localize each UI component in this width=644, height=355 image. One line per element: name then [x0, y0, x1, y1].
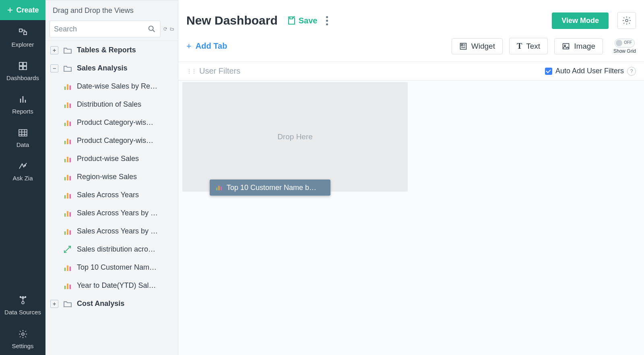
svg-rect-34	[67, 102, 68, 108]
nav-data[interactable]: Data	[0, 120, 45, 154]
collapse-icon[interactable]: −	[50, 64, 58, 72]
report-label: Sales Across Years	[77, 191, 139, 199]
report-item[interactable]: Top 10 Customer Nam…	[45, 258, 178, 277]
svg-rect-54	[64, 231, 66, 235]
report-label: Distribution of Sales	[77, 100, 141, 109]
svg-rect-31	[67, 84, 68, 90]
add-tab-button[interactable]: + Add Tab	[186, 41, 227, 52]
report-label: Sales Across Years by …	[77, 227, 158, 235]
folder-icon	[63, 65, 72, 72]
more-menu[interactable]	[326, 14, 334, 27]
report-item[interactable]: Sales Across Years	[45, 186, 178, 204]
svg-point-27	[22, 333, 24, 335]
create-button[interactable]: Create	[0, 0, 45, 20]
chart-icon	[63, 173, 72, 182]
report-item[interactable]: Product Category-wis…	[45, 132, 178, 150]
svg-rect-62	[67, 283, 68, 289]
svg-rect-75	[221, 187, 222, 190]
refresh-icon[interactable]	[163, 25, 167, 33]
nav-explorer[interactable]: Explorer	[0, 20, 45, 54]
svg-rect-51	[64, 213, 66, 217]
widget-label: Widget	[471, 42, 495, 51]
svg-rect-9	[23, 66, 27, 70]
expand-icon[interactable]: +	[50, 300, 58, 308]
svg-rect-45	[64, 177, 66, 180]
show-grid-toggle[interactable]: OFF	[615, 39, 635, 47]
svg-rect-30	[64, 87, 66, 90]
folder-row[interactable]: −Sales Analysis	[45, 59, 178, 77]
report-label: Sales distribution acro…	[77, 245, 155, 254]
zia-icon	[18, 161, 28, 171]
search-input[interactable]	[54, 25, 147, 33]
report-item[interactable]: Region-wise Sales	[45, 168, 178, 186]
svg-rect-48	[64, 195, 66, 198]
report-item[interactable]: Year to Date(YTD) Sal…	[45, 277, 178, 295]
nav-label: Data Sources	[4, 309, 41, 316]
svg-rect-61	[64, 286, 66, 289]
svg-rect-63	[70, 285, 71, 289]
svg-rect-6	[19, 62, 23, 66]
chart-icon	[63, 118, 72, 127]
search-row	[45, 21, 178, 41]
save-button[interactable]: Save	[287, 16, 318, 25]
report-item[interactable]: Product Category-wis…	[45, 114, 178, 132]
plus-icon	[6, 6, 14, 14]
folder-row[interactable]: +Cost Analysis	[45, 295, 178, 313]
svg-rect-32	[70, 85, 71, 90]
auto-add-label: Auto Add User Filters	[555, 67, 624, 75]
report-item[interactable]: Sales Across Years by …	[45, 222, 178, 240]
text-button[interactable]: T Text	[509, 38, 548, 54]
plus-icon: +	[186, 41, 192, 52]
nav-dashboards[interactable]: Dashboards	[0, 54, 45, 87]
view-mode-button[interactable]: View Mode	[552, 12, 609, 29]
svg-rect-47	[70, 176, 71, 180]
dashboard-header: New Dashboard Save View Mode	[178, 0, 644, 35]
report-item[interactable]: Sales Across Years by …	[45, 204, 178, 222]
search-box[interactable]	[50, 21, 161, 37]
new-folder-icon[interactable]	[170, 25, 174, 33]
svg-point-23	[20, 297, 21, 298]
report-label: Region-wise Sales	[77, 173, 137, 181]
scatter-icon	[63, 245, 72, 254]
svg-rect-36	[64, 123, 66, 126]
svg-rect-52	[67, 211, 68, 217]
search-icon[interactable]	[147, 25, 156, 33]
widget-button[interactable]: Widget	[452, 38, 503, 54]
nav-ask-zia[interactable]: Ask Zia	[0, 154, 45, 187]
svg-line-57	[64, 246, 71, 252]
drag-preview: Top 10 Customer Name b…	[210, 180, 330, 196]
drop-zone[interactable]: Drop Here	[182, 82, 408, 192]
settings-button[interactable]	[617, 12, 636, 29]
report-item[interactable]: Sales distribution acro…	[45, 240, 178, 258]
nav-label: Settings	[12, 343, 33, 349]
svg-point-28	[149, 26, 153, 31]
report-label: Product Category-wis…	[77, 136, 153, 145]
chart-icon	[63, 155, 72, 163]
image-label: Image	[574, 42, 595, 51]
chart-icon	[215, 184, 223, 191]
grip-icon[interactable]: ⋮⋮	[186, 68, 196, 74]
sources-icon	[18, 295, 28, 305]
panel-header: Drag and Drop the Views	[45, 0, 178, 21]
expand-icon[interactable]: +	[50, 46, 58, 54]
svg-point-19	[22, 301, 24, 304]
dashboard-canvas[interactable]: Drop Here Top 10 Customer Name b…	[178, 80, 644, 355]
auto-add-checkbox[interactable]	[545, 68, 552, 75]
nav-label: Explorer	[12, 41, 34, 48]
image-button[interactable]: Image	[554, 38, 603, 54]
help-icon[interactable]: ?	[627, 67, 636, 76]
report-item[interactable]: Distribution of Sales	[45, 95, 178, 114]
nav-data-sources[interactable]: Data Sources	[0, 288, 45, 322]
reports-icon	[18, 94, 28, 105]
folder-row[interactable]: +Tables & Reports	[45, 41, 178, 59]
report-label: Top 10 Customer Nam…	[77, 263, 157, 272]
nav-reports[interactable]: Reports	[0, 87, 45, 120]
nav-settings[interactable]: Settings	[0, 322, 45, 355]
nav-label: Data	[17, 141, 29, 148]
report-label: Sales Across Years by …	[77, 209, 158, 217]
svg-rect-44	[70, 158, 71, 162]
left-nav: Create Explorer Dashboards Reports Data …	[0, 0, 45, 355]
drop-here-label: Drop Here	[277, 132, 313, 141]
report-item[interactable]: Product-wise Sales	[45, 150, 178, 168]
report-item[interactable]: Date-wise Sales by Re…	[45, 77, 178, 95]
